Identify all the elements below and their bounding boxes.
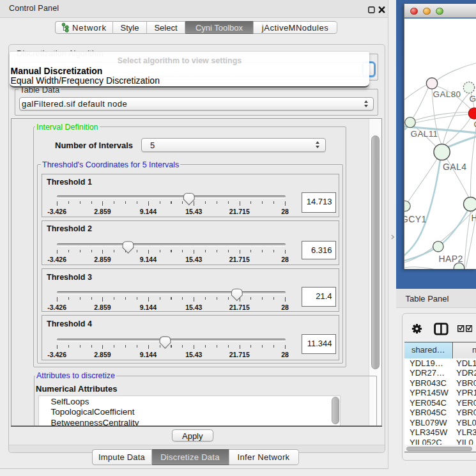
svg-text:GA: GA: [470, 94, 476, 104]
svg-text:GAL80: GAL80: [433, 89, 461, 98]
svg-text:H: H: [472, 213, 476, 223]
svg-text:GAL11: GAL11: [411, 128, 438, 138]
svg-text:GAL4: GAL4: [443, 161, 466, 171]
svg-text:GCY1: GCY1: [404, 213, 427, 224]
svg-text:C: C: [474, 119, 476, 128]
svg-text:HAP2: HAP2: [439, 254, 463, 264]
